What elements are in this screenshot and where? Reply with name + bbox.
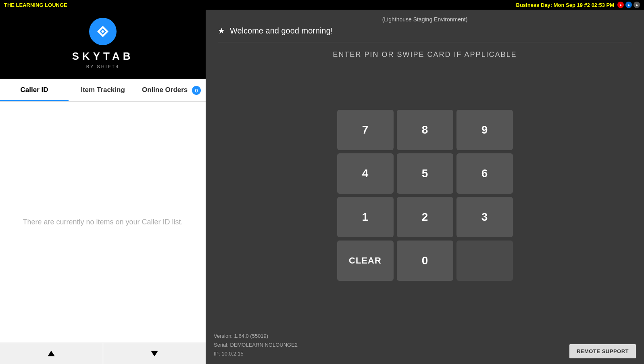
- star-icon: ★: [218, 26, 225, 36]
- tab-online-orders[interactable]: Online Orders 0: [137, 79, 206, 101]
- business-day-info: Business Day: Mon Sep 19 #2 02:53 PM: [516, 2, 614, 8]
- keypad-row-2: 4 5 6: [337, 153, 513, 194]
- empty-message: There are currently no items on your Cal…: [23, 218, 183, 226]
- key-empty: [456, 241, 513, 281]
- logo-text: SKYTAB: [72, 50, 134, 63]
- keypad-row-3: 1 2 3: [337, 197, 513, 237]
- nav-up-button[interactable]: [0, 343, 103, 364]
- welcome-text: Welcome and good morning!: [230, 26, 333, 36]
- key-6[interactable]: 6: [456, 153, 513, 194]
- divider: [218, 42, 632, 42]
- icon-1: ●: [617, 2, 624, 8]
- keypad-row-4: CLEAR 0: [337, 241, 513, 281]
- status-right: Business Day: Mon Sep 19 #2 02:53 PM ● ●…: [516, 2, 640, 8]
- icon-3: ●: [634, 2, 640, 8]
- panel-footer: Version: 1.64.0 (55019) Serial: DEMOLEAR…: [206, 328, 644, 364]
- key-7[interactable]: 7: [337, 110, 394, 150]
- key-0[interactable]: 0: [397, 241, 453, 281]
- key-5[interactable]: 5: [397, 153, 453, 194]
- env-label: (Lighthouse Staging Environment): [218, 16, 632, 23]
- up-arrow-icon: [47, 349, 55, 358]
- key-1[interactable]: 1: [337, 197, 394, 237]
- logo-area: SKYTAB BY SHIFT4: [0, 10, 206, 79]
- tab-item-tracking[interactable]: Item Tracking: [69, 79, 137, 101]
- svg-marker-4: [151, 351, 158, 356]
- status-bar: THE LEARNING LOUNGE Business Day: Mon Se…: [0, 0, 644, 10]
- store-name: THE LEARNING LOUNGE: [4, 2, 67, 8]
- logo-circle: [89, 18, 117, 45]
- remote-support-button[interactable]: REMOTE SUPPORT: [569, 344, 636, 358]
- svg-marker-3: [48, 351, 55, 356]
- welcome-row: ★ Welcome and good morning!: [218, 26, 632, 42]
- keypad: 7 8 9 4 5 6 1 2 3 CLEAR 0: [206, 71, 644, 328]
- nav-down-button[interactable]: [103, 343, 206, 364]
- key-2[interactable]: 2: [397, 197, 453, 237]
- key-clear[interactable]: CLEAR: [337, 241, 394, 281]
- skytab-logo-icon: [96, 25, 110, 38]
- pin-prompt: ENTER PIN OR SWIPE CARD IF APPLICABLE: [206, 50, 644, 59]
- down-arrow-icon: [150, 349, 158, 358]
- bottom-nav: [0, 343, 206, 364]
- tab-caller-id[interactable]: Caller ID: [0, 79, 69, 101]
- serial-text: Serial: DEMOLEARNINGLOUNGE2: [214, 341, 298, 349]
- key-8[interactable]: 8: [397, 110, 453, 150]
- ip-text: IP: 10.0.2.15: [214, 349, 298, 358]
- panel-header: (Lighthouse Staging Environment) ★ Welco…: [206, 10, 644, 50]
- main-layout: SKYTAB BY SHIFT4 Caller ID Item Tracking…: [0, 10, 644, 364]
- version-text: Version: 1.64.0 (55019): [214, 332, 298, 341]
- key-4[interactable]: 4: [337, 153, 394, 194]
- icon-2: ●: [625, 2, 632, 8]
- key-9[interactable]: 9: [456, 110, 513, 150]
- logo-subtext: BY SHIFT4: [86, 64, 119, 69]
- tabs: Caller ID Item Tracking Online Orders 0: [0, 79, 206, 102]
- content-area: There are currently no items on your Cal…: [0, 102, 206, 343]
- sidebar: SKYTAB BY SHIFT4 Caller ID Item Tracking…: [0, 10, 206, 364]
- online-orders-badge: 0: [192, 86, 201, 95]
- version-info: Version: 1.64.0 (55019) Serial: DEMOLEAR…: [214, 332, 298, 358]
- right-panel: (Lighthouse Staging Environment) ★ Welco…: [206, 10, 644, 364]
- key-3[interactable]: 3: [456, 197, 513, 237]
- keypad-row-1: 7 8 9: [337, 110, 513, 150]
- status-icons: ● ● ●: [617, 2, 640, 8]
